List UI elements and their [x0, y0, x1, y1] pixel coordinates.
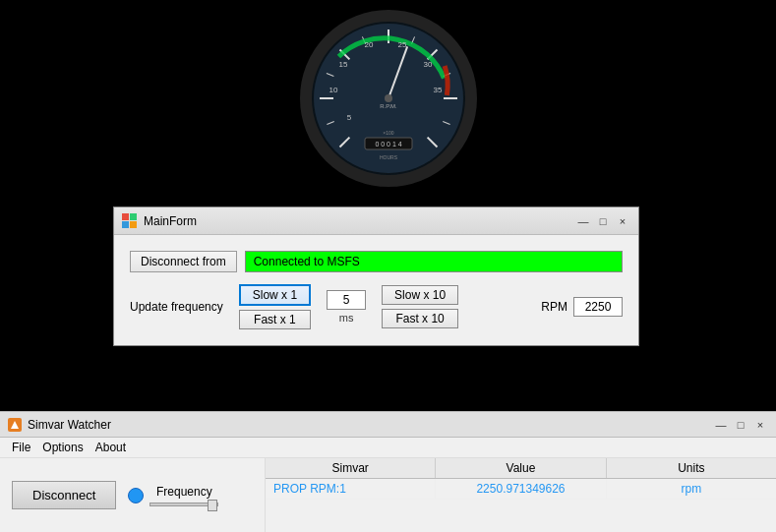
- cell-simvar-units: rpm: [607, 479, 776, 499]
- col-header-simvar: Simvar: [266, 458, 436, 478]
- gauge-area: 5 10 15 20 25 30 35 R.P.M. ×100 0 0 0 1 …: [0, 0, 776, 197]
- connection-status: Connected to MSFS: [245, 251, 623, 272]
- svg-text:HOURS: HOURS: [379, 154, 397, 160]
- main-form-dialog: MainForm — □ × Disconnect from Connected…: [113, 207, 639, 346]
- svg-text:10: 10: [328, 86, 337, 94]
- svg-text:5: 5: [346, 113, 351, 122]
- simvar-table: Simvar Value Units PROP RPM:1 2250.97134…: [266, 458, 776, 532]
- svg-point-27: [385, 94, 392, 102]
- svg-text:25: 25: [397, 40, 406, 49]
- rpm-value: 2250: [573, 297, 623, 317]
- menu-file[interactable]: File: [8, 440, 34, 455]
- col-header-value: Value: [436, 458, 606, 478]
- svg-text:20: 20: [364, 40, 373, 49]
- disconnect-from-button[interactable]: Disconnect from: [130, 251, 237, 272]
- cell-simvar-value: 2250.971349626: [436, 479, 606, 499]
- simvar-title-buttons: — □ ×: [713, 417, 768, 433]
- disconnect-button[interactable]: Disconnect: [12, 481, 116, 509]
- close-button[interactable]: ×: [615, 213, 630, 229]
- svg-text:×100: ×100: [383, 130, 393, 136]
- simvar-app-icon: [8, 418, 22, 432]
- maximize-button[interactable]: □: [595, 213, 611, 229]
- rpm-gauge: 5 10 15 20 25 30 35 R.P.M. ×100 0 0 0 1 …: [300, 10, 477, 187]
- fast-x10-button[interactable]: Fast x 10: [382, 309, 458, 328]
- table-row: PROP RPM:1 2250.971349626 rpm: [266, 479, 776, 500]
- simvar-close-button[interactable]: ×: [752, 417, 768, 433]
- freq-slider[interactable]: [149, 502, 218, 506]
- cell-simvar-name[interactable]: PROP RPM:1: [266, 479, 436, 499]
- svg-text:35: 35: [433, 86, 442, 94]
- simvar-icon-svg: [10, 420, 20, 430]
- simvar-minimize-button[interactable]: —: [713, 417, 729, 433]
- update-frequency-section: Update frequency Slow x 1 Fast x 1 ms Sl…: [130, 284, 623, 329]
- ms-input[interactable]: [327, 290, 366, 310]
- app-icon: [122, 213, 138, 229]
- simvar-left-panel: Disconnect Frequency: [0, 458, 266, 532]
- freq-slider-container: [149, 502, 218, 506]
- col-header-units: Units: [607, 458, 776, 478]
- frequency-indicator: Frequency: [128, 485, 218, 506]
- simvar-title: Simvar Watcher: [28, 418, 111, 432]
- main-form-title: MainForm: [144, 214, 197, 228]
- main-form-body: Disconnect from Connected to MSFS Update…: [114, 235, 638, 345]
- frequency-circle: [128, 488, 144, 503]
- title-bar-buttons: — □ ×: [575, 213, 630, 229]
- rpm-section: RPM 2250: [541, 297, 623, 317]
- svg-text:15: 15: [338, 60, 347, 69]
- fast-x1-button[interactable]: Fast x 1: [239, 310, 311, 329]
- simvar-main: Disconnect Frequency Simvar Value Units: [0, 458, 776, 532]
- table-header: Simvar Value Units: [266, 458, 776, 479]
- main-form-title-bar: MainForm — □ ×: [114, 207, 638, 235]
- rpm-label: RPM: [541, 300, 567, 314]
- freq-buttons-right: Slow x 10 Fast x 10: [382, 285, 458, 328]
- simvar-title-left: Simvar Watcher: [8, 418, 111, 432]
- menu-options[interactable]: Options: [38, 440, 87, 455]
- gauge-svg: 5 10 15 20 25 30 35 R.P.M. ×100 0 0 0 1 …: [312, 22, 465, 175]
- svg-text:30: 30: [423, 60, 432, 69]
- freq-slider-thumb[interactable]: [208, 500, 217, 511]
- simvar-menubar: File Options About: [0, 438, 776, 458]
- svg-marker-28: [11, 421, 19, 429]
- freq-buttons-left: Slow x 1 Fast x 1: [239, 284, 311, 329]
- update-frequency-label: Update frequency: [130, 300, 223, 314]
- frequency-section: Frequency: [149, 485, 218, 506]
- simvar-watcher-bar: Simvar Watcher — □ × File Options About …: [0, 411, 776, 532]
- simvar-title-bar: Simvar Watcher — □ ×: [0, 412, 776, 438]
- svg-text:R.P.M.: R.P.M.: [380, 103, 397, 109]
- minimize-button[interactable]: —: [575, 213, 591, 229]
- menu-about[interactable]: About: [91, 440, 130, 455]
- slow-x10-button[interactable]: Slow x 10: [382, 285, 458, 305]
- svg-text:0 0 0 1 4: 0 0 0 1 4: [375, 141, 401, 148]
- frequency-label: Frequency: [156, 485, 212, 499]
- title-bar-left: MainForm: [122, 213, 197, 229]
- slow-x1-button[interactable]: Slow x 1: [239, 284, 311, 306]
- ms-label: ms: [339, 312, 354, 324]
- connection-row: Disconnect from Connected to MSFS: [130, 251, 623, 272]
- simvar-maximize-button[interactable]: □: [733, 417, 748, 433]
- ms-section: ms: [327, 290, 366, 324]
